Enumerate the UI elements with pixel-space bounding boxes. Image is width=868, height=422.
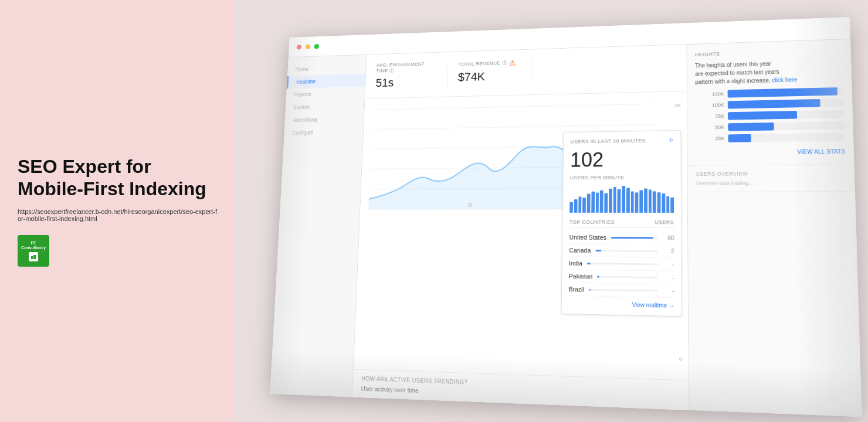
country-bar-br — [589, 288, 658, 291]
rp-link[interactable]: click here — [772, 77, 797, 84]
engagement-value: 51s — [375, 75, 437, 90]
country-row-in: India - — [569, 257, 674, 271]
country-row-pk: Pakistan - — [569, 270, 674, 284]
countries-header: TOP COUNTRIES USERS — [569, 219, 674, 228]
bar-chart-bar — [609, 189, 612, 213]
h-bar-label-4: 50K — [696, 124, 725, 130]
h-bar-fill-5 — [728, 134, 751, 142]
users-column-label: USERS — [655, 219, 674, 225]
right-bottom-section: USERS OVERVIEW Overview data loading... — [687, 164, 855, 192]
realtime-panel: USERS IN LAST 30 MINUTES ↻ 102 USERS PER… — [561, 130, 682, 316]
bar-chart-bar — [666, 196, 670, 213]
country-bar-in — [587, 263, 658, 265]
country-name-ca: Canada — [569, 247, 591, 254]
country-count-in: - — [663, 261, 674, 267]
main-body: 5K 4K 3K 2K 1K 0 — [354, 91, 689, 380]
h-bar-label-1: 150K — [695, 91, 724, 97]
country-name-us: United States — [569, 234, 606, 241]
country-count-br: - — [663, 287, 674, 294]
logo-icon — [29, 252, 38, 261]
maximize-dot — [314, 43, 319, 49]
h-bar-row-3: 75K — [696, 110, 845, 121]
h-bar-label-3: 75K — [696, 113, 724, 119]
h-bar-track-1 — [728, 87, 844, 98]
sidebar-item-reports[interactable]: Reports — [286, 87, 365, 101]
engagement-label: Avg. engagement time ⓘ — [376, 61, 437, 74]
h-bar-fill-2 — [728, 99, 820, 109]
revenue-value: $74K — [458, 69, 521, 84]
page-title: SEO Expert for Mobile-First Indexing — [18, 155, 217, 200]
sidebar-item-advertising[interactable]: Advertising — [284, 113, 364, 127]
bar-chart-bar — [639, 190, 643, 213]
right-bottom-desc: Overview data loading... — [696, 179, 846, 186]
h-bar-row-1: 150K — [695, 87, 843, 98]
country-bar-fill-br — [589, 288, 591, 290]
h-bar-fill-4 — [728, 122, 774, 131]
analytics-content: Home Realtime Reports Explore Advertisin… — [270, 39, 862, 417]
country-count-us: 80 — [663, 234, 674, 241]
sidebar-item-configure[interactable]: Configure — [284, 125, 364, 139]
bar-chart-bar — [662, 193, 665, 213]
bar-chart-bar — [569, 202, 573, 213]
h-bar-fill-1 — [728, 87, 838, 98]
country-name-br: Brazil — [568, 286, 584, 293]
country-bar-pk — [597, 275, 658, 278]
svg-line-3 — [372, 125, 656, 130]
svg-text:25: 25 — [467, 202, 473, 207]
sidebar-item-explore[interactable]: Explore — [285, 100, 364, 114]
country-bar-fill-us — [611, 237, 653, 239]
engagement-label-text: Avg. engagement time ⓘ — [376, 61, 437, 74]
top-countries-label: TOP COUNTRIES — [569, 219, 615, 225]
page-url[interactable]: https://seoexpertfreelancer.b-cdn.net/hi… — [18, 208, 217, 222]
svg-rect-1 — [33, 255, 36, 259]
logo-box[interactable]: FE Consultancy — [18, 235, 49, 267]
view-all-stats-link[interactable]: VIEW ALL STATS — [797, 148, 845, 155]
rt-refresh-icon[interactable]: ↻ — [669, 138, 673, 144]
spacer — [543, 53, 675, 57]
analytics-sidebar: Home Realtime Reports Explore Advertisin… — [270, 55, 367, 397]
analytics-main: Avg. engagement time ⓘ 51s Total revenue… — [352, 45, 689, 410]
country-count-ca: 2 — [663, 248, 674, 254]
y-label-0: 0 — [676, 356, 682, 362]
bar-chart-bar — [595, 193, 599, 213]
h-bar-row-4: 50K — [696, 121, 845, 132]
country-bar-fill-pk — [597, 275, 599, 277]
logo-text: FE Consultancy — [20, 241, 47, 251]
right-heights-section: Heights The heights of users this yearar… — [687, 39, 854, 166]
h-bar-track-5 — [728, 132, 845, 142]
rt-subheader: USERS PER MINUTE — [570, 174, 674, 181]
country-row-us: United States 80 — [569, 231, 674, 244]
bar-chart-bar — [630, 191, 634, 212]
view-realtime-link[interactable]: View realtime → — [568, 301, 674, 309]
bar-chart-bar — [613, 187, 616, 213]
h-bar-track-2 — [728, 98, 844, 108]
analytics-wrapper: Home Realtime Reports Explore Advertisin… — [235, 0, 868, 422]
h-bar-fill-3 — [728, 111, 797, 120]
svg-rect-0 — [31, 256, 33, 259]
country-row-br: Brazil - — [568, 283, 674, 298]
bar-chart-bar — [670, 198, 674, 213]
h-bar-row-5: 25K — [696, 132, 845, 142]
y-label-5k: 5K — [674, 103, 681, 108]
bar-chart-bar — [582, 198, 586, 213]
h-bar-chart: 150K 100K 75K — [695, 87, 845, 143]
minimize-dot — [305, 44, 310, 49]
bar-chart-bar — [600, 190, 603, 213]
bar-chart-bar — [657, 192, 661, 213]
country-row-ca: Canada 2 — [569, 244, 674, 258]
bar-chart-bar — [626, 188, 630, 213]
bar-chart-bar — [653, 191, 656, 213]
bar-chart-bar — [604, 193, 608, 213]
h-bar-label-2: 100K — [696, 102, 724, 108]
warning-icon: ⚠ — [509, 59, 517, 67]
bar-chart-bar — [648, 189, 652, 212]
h-bar-track-4 — [728, 121, 845, 131]
country-count-pk: - — [663, 274, 674, 281]
rt-count: 102 — [570, 148, 674, 172]
bar-chart-bar — [635, 192, 639, 213]
h-bar-label-5: 25K — [696, 135, 725, 141]
country-name-in: India — [569, 260, 582, 267]
stat-revenue: Total revenue ⓘ ⚠ $74K — [458, 58, 533, 84]
country-bar-ca — [595, 250, 658, 252]
country-bar-fill-in — [587, 263, 591, 264]
